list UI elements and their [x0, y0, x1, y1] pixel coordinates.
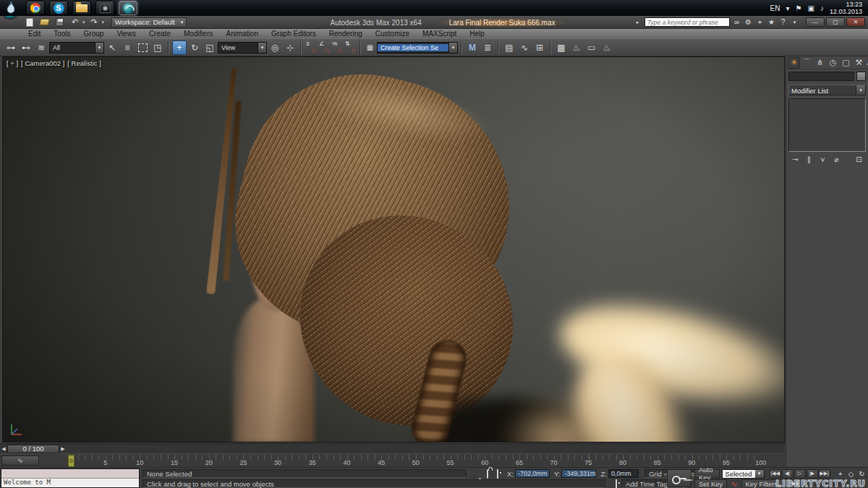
modifier-stack-list[interactable]: [788, 98, 866, 152]
undo-dropdown-icon[interactable]: ▾: [82, 20, 85, 25]
modifier-list-dropdown[interactable]: Modifier List ▾: [788, 85, 866, 95]
camera-viewport[interactable]: [ + ] [ Camera002 ] [ Realistic ]: [2, 56, 785, 442]
menu-item[interactable]: Views: [110, 29, 142, 38]
viewport-camera-label[interactable]: [ Camera002 ]: [21, 59, 64, 67]
set-key-button[interactable]: Set Key: [694, 479, 727, 488]
snap-toggle-button[interactable]: ∠ ∩: [318, 40, 331, 54]
menu-item[interactable]: Modifiers: [177, 29, 220, 38]
render-production-button[interactable]: ♨: [600, 40, 614, 55]
set-keys-button[interactable]: [667, 469, 692, 487]
launcher-flame-icon[interactable]: [0, 0, 22, 16]
curve-editor-button[interactable]: ∿: [517, 40, 532, 55]
taskbar-skype-button[interactable]: S: [49, 1, 68, 15]
use-pivot-center-button[interactable]: ◎: [268, 40, 282, 55]
menu-item[interactable]: Animation: [219, 29, 264, 38]
z-coordinate-field[interactable]: 0,0mm: [608, 469, 639, 478]
current-frame-marker[interactable]: 0: [68, 455, 75, 467]
tray-window-icon[interactable]: ▣: [808, 4, 814, 12]
maxscript-mini-listener[interactable]: Welcome to M: [1, 468, 140, 488]
command-panel-tab[interactable]: ⌒: [801, 57, 813, 69]
edit-named-selection-sets-button[interactable]: ▦: [364, 40, 376, 55]
render-setup-button[interactable]: ♨: [569, 40, 584, 55]
playback-button[interactable]: |◀◀: [770, 469, 781, 479]
menu-item[interactable]: Group: [77, 29, 111, 38]
menu-item[interactable]: Graph Editors: [265, 29, 323, 38]
playback-button[interactable]: ◀|: [782, 469, 793, 479]
playback-button[interactable]: ▷: [794, 469, 806, 479]
search-binoculars-icon[interactable]: ∞: [732, 18, 741, 26]
search-input[interactable]: [644, 17, 730, 27]
command-panel-tab[interactable]: ▢: [840, 57, 852, 69]
viewport-nav-button[interactable]: +: [835, 469, 846, 479]
selection-lock-icon[interactable]: [482, 470, 493, 478]
select-and-rotate-button[interactable]: ↻: [187, 40, 202, 55]
stack-tool-button[interactable]: ⌀: [830, 154, 843, 164]
command-panel-tab[interactable]: ⚒: [853, 57, 865, 69]
menu-item[interactable]: Edit: [22, 29, 47, 38]
select-by-name-button[interactable]: ≡: [120, 40, 135, 55]
viewport-menu-plus[interactable]: [ + ]: [7, 59, 18, 67]
y-coordinate-field[interactable]: -349,331m: [561, 469, 596, 478]
auto-key-button[interactable]: Auto Key: [694, 469, 720, 479]
object-name-field[interactable]: [788, 72, 854, 81]
command-panel-tab[interactable]: ✳: [788, 57, 800, 69]
viewport-nav-button[interactable]: ↻: [857, 469, 867, 479]
taskbar-folder-button[interactable]: [72, 1, 91, 15]
language-indicator[interactable]: EN: [770, 4, 780, 12]
new-file-button[interactable]: [23, 17, 35, 27]
isolate-selection-icon[interactable]: [472, 470, 482, 478]
select-and-scale-button[interactable]: ◱: [203, 40, 217, 55]
open-file-button[interactable]: [38, 17, 51, 27]
menu-item[interactable]: Customize: [369, 29, 416, 38]
select-and-link-button[interactable]: ⊶: [4, 40, 18, 55]
snap-toggle-button[interactable]: 3 ∩: [305, 40, 318, 54]
menu-item[interactable]: Help: [463, 29, 491, 38]
menu-item[interactable]: Rendering: [323, 29, 369, 38]
coordinate-system-dropdown[interactable]: View ▾: [218, 42, 267, 53]
volume-icon[interactable]: ♪: [820, 4, 824, 12]
redo-button[interactable]: ↷: [88, 17, 101, 27]
redo-dropdown-icon[interactable]: ▾: [102, 20, 105, 25]
track-bar[interactable]: ∿ 05101520253035404550556065707580859095…: [0, 453, 785, 467]
manage-layers-button[interactable]: ▤: [502, 40, 516, 55]
bind-to-spacewarp-button[interactable]: ≋: [34, 40, 48, 55]
material-editor-button[interactable]: ▩: [554, 40, 569, 55]
command-panel-tab[interactable]: ⋔: [814, 57, 826, 69]
language-caret-icon[interactable]: ▾: [786, 4, 790, 12]
rectangular-selection-button[interactable]: [135, 40, 150, 55]
notification-flag-icon[interactable]: ⚑: [796, 4, 802, 12]
key-filters-curve-icon[interactable]: ∿: [731, 479, 737, 488]
menu-item[interactable]: Tools: [47, 29, 77, 38]
taskbar-media-button[interactable]: [95, 1, 114, 15]
system-clock[interactable]: 13:23 12.03.2013: [830, 1, 862, 15]
named-selection-set-dropdown[interactable]: Create Selection Se ▾: [377, 42, 458, 53]
viewport-shading-label[interactable]: [ Realistic ]: [67, 59, 101, 67]
align-button[interactable]: ≣: [480, 40, 495, 55]
close-button[interactable]: ✕: [846, 17, 865, 27]
schematic-view-button[interactable]: ⊞: [532, 40, 547, 55]
workspace-dropdown[interactable]: Workspace: Default ▾: [111, 17, 187, 27]
absolute-offset-toggle[interactable]: [493, 470, 503, 478]
previous-frame-arrow[interactable]: ◀: [0, 445, 7, 453]
next-frame-arrow[interactable]: ▶: [59, 445, 67, 453]
rendered-frame-window-button[interactable]: ▭: [584, 40, 599, 55]
minimize-button[interactable]: —: [806, 17, 825, 27]
help-icon[interactable]: ?: [778, 18, 788, 26]
menu-item[interactable]: MAXScript: [416, 29, 463, 38]
playback-button[interactable]: ▶▶|: [819, 469, 830, 479]
stack-tool-button[interactable]: ⊡: [853, 154, 865, 164]
listener-macro-row[interactable]: [1, 469, 139, 479]
listener-output-row[interactable]: Welcome to M: [1, 479, 139, 487]
selection-filter-dropdown[interactable]: All ▾: [49, 42, 104, 53]
snap-toggle-button[interactable]: % ∩: [331, 40, 344, 54]
menu-item[interactable]: Create: [142, 29, 177, 38]
restore-button[interactable]: ▢: [826, 17, 845, 27]
playback-button[interactable]: |▶: [807, 469, 818, 479]
time-slider[interactable]: ◀ 0 / 100 ▶: [0, 443, 785, 453]
window-crossing-button[interactable]: ◳: [150, 40, 165, 55]
undo-button[interactable]: ↶: [69, 17, 81, 27]
stack-tool-button[interactable]: ⋎: [817, 154, 829, 164]
stack-tool-button[interactable]: ∥: [803, 154, 815, 164]
open-mini-curve-editor-button[interactable]: ∿: [1, 455, 39, 466]
select-and-manipulate-button[interactable]: ⊹: [283, 40, 297, 55]
